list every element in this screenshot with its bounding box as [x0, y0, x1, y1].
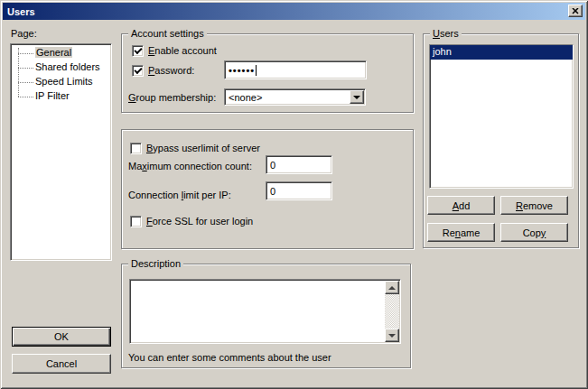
password-checkbox[interactable] — [132, 65, 144, 77]
copy-button[interactable]: Copy — [500, 223, 568, 242]
page-tree[interactable]: General Shared folders Speed Limits IP F… — [10, 43, 112, 261]
tree-item-shared-folders[interactable]: Shared folders — [35, 60, 111, 75]
limits-group: Bypass userlimit of server Maximum conne… — [121, 129, 414, 249]
ok-button[interactable]: OK — [12, 327, 111, 347]
cancel-button[interactable]: Cancel — [12, 354, 111, 374]
bypass-userlimit-checkbox[interactable] — [130, 143, 142, 154]
scroll-up-button[interactable] — [385, 281, 399, 294]
users-list[interactable]: john — [429, 44, 574, 189]
scroll-down-button[interactable] — [385, 329, 399, 342]
account-settings-group: Account settings Enable account Password… — [121, 33, 414, 113]
text-caret — [256, 65, 257, 76]
title-bar[interactable]: Users — [3, 3, 585, 20]
tree-item-speed-limits[interactable]: Speed Limits — [35, 75, 111, 89]
force-ssl-label[interactable]: Force SSL for user login — [146, 216, 253, 227]
group-membership-select[interactable]: <none> — [224, 88, 366, 106]
users-group: Users john Add Remove Rename Copy — [423, 33, 579, 248]
description-group: Description You can enter some comments … — [121, 264, 411, 368]
description-title: Description — [128, 257, 183, 270]
dropdown-arrow-button[interactable] — [350, 90, 364, 104]
ip-limit-input[interactable]: 0 — [266, 181, 332, 200]
description-scrollbar[interactable] — [385, 281, 399, 342]
scroll-up-icon — [388, 286, 396, 290]
remove-button[interactable]: Remove — [500, 196, 568, 215]
add-button[interactable]: Add — [427, 196, 495, 215]
close-button[interactable] — [568, 5, 583, 17]
max-connections-input[interactable]: 0 — [266, 155, 332, 174]
tree-item-ip-filter[interactable]: IP Filter — [35, 89, 111, 104]
page-label: Page: — [11, 28, 37, 39]
max-connections-label: Maximum connection count: — [128, 161, 252, 171]
window-title: Users — [7, 6, 35, 17]
tree-item-general[interactable]: General — [35, 46, 111, 60]
password-label[interactable]: Password: — [148, 65, 194, 77]
bypass-userlimit-label[interactable]: Bypass userlimit of server — [146, 143, 260, 154]
users-group-title: Users — [430, 27, 462, 40]
users-dialog: Users Page: General Shared folders Speed… — [0, 0, 588, 389]
ip-limit-label: Connection limit per IP: — [128, 190, 231, 200]
group-membership-label: Group membership: — [128, 92, 216, 103]
password-input[interactable]: •••••• — [224, 60, 367, 79]
user-list-item-john[interactable]: john — [430, 45, 573, 60]
scroll-down-icon — [388, 334, 396, 338]
enable-account-checkbox[interactable] — [132, 45, 144, 57]
chevron-down-icon — [353, 96, 360, 99]
description-hint: You can enter some comments about the us… — [128, 352, 331, 363]
rename-button[interactable]: Rename — [427, 223, 495, 242]
force-ssl-checkbox[interactable] — [130, 216, 142, 227]
account-settings-title: Account settings — [128, 27, 207, 40]
close-icon — [572, 8, 579, 14]
enable-account-label[interactable]: Enable account — [148, 45, 217, 57]
description-textarea[interactable] — [129, 279, 401, 344]
